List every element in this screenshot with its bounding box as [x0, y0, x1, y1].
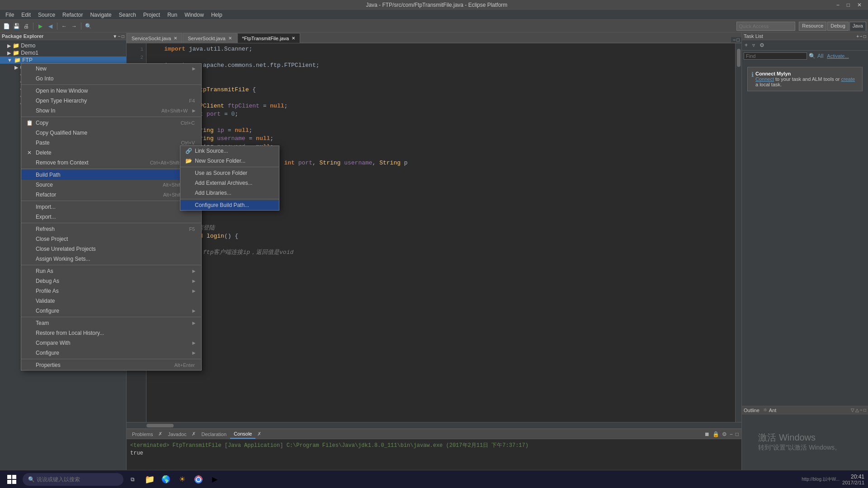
- context-menu: New ► Go Into Open in New Window Open Ty…: [21, 63, 202, 371]
- ctx-build-path[interactable]: Build Path ►: [21, 170, 201, 180]
- ctx-sep8: [21, 359, 201, 359]
- ctx-properties[interactable]: Properties Alt+Enter: [21, 360, 201, 370]
- ctx-sep6: [21, 265, 201, 265]
- build-path-submenu: 🔗 Link Source... 📂 New Source Folder... …: [180, 145, 279, 211]
- ctx-close-unrelated[interactable]: Close Unrelated Projects: [21, 244, 201, 254]
- ctx-sep3: [21, 169, 201, 169]
- ctx-open-type-hierarchy[interactable]: Open Type Hierarchy F4: [21, 96, 201, 106]
- ctx-import[interactable]: Import...: [21, 202, 201, 212]
- ctx-close-project[interactable]: Close Project: [21, 234, 201, 244]
- ctx-sep7: [21, 317, 201, 317]
- ctx-sep5: [21, 223, 201, 223]
- ctx-export[interactable]: Export...: [21, 212, 201, 222]
- submenu-use-source-folder[interactable]: Use as Source Folder: [180, 168, 279, 178]
- ctx-sep2: [21, 117, 201, 117]
- ctx-configure2[interactable]: Configure ►: [21, 348, 201, 358]
- copy-icon: 📋: [26, 120, 33, 126]
- submenu-new-source-folder[interactable]: 📂 New Source Folder...: [180, 156, 279, 166]
- delete-icon: ✕: [26, 150, 33, 156]
- submenu-sep2: [180, 199, 279, 199]
- ctx-validate[interactable]: Validate: [21, 296, 201, 306]
- ctx-restore-history[interactable]: Restore from Local History...: [21, 328, 201, 338]
- ctx-profile-as[interactable]: Profile As ►: [21, 286, 201, 296]
- submenu-configure-build-path[interactable]: Configure Build Path...: [180, 200, 279, 210]
- ctx-copy-qualified[interactable]: Copy Qualified Name: [21, 128, 201, 138]
- ctx-paste[interactable]: Paste Ctrl+V: [21, 138, 201, 148]
- ctx-run-as[interactable]: Run As ►: [21, 266, 201, 276]
- ctx-team[interactable]: Team ►: [21, 318, 201, 328]
- ctx-configure[interactable]: Configure ►: [21, 306, 201, 316]
- ctx-new[interactable]: New ►: [21, 64, 201, 74]
- ctx-show-in[interactable]: Show In Alt+Shift+W ►: [21, 106, 201, 116]
- ctx-remove-context[interactable]: Remove from Context Ctrl+Alt+Shift+Down: [21, 158, 201, 168]
- ctx-copy[interactable]: 📋 Copy Ctrl+C: [21, 118, 201, 128]
- ctx-debug-as[interactable]: Debug As ►: [21, 276, 201, 286]
- ctx-go-into[interactable]: Go Into: [21, 74, 201, 84]
- submenu-link-source[interactable]: 🔗 Link Source...: [180, 146, 279, 156]
- submenu-sep1: [180, 167, 279, 167]
- ctx-compare-with[interactable]: Compare With ►: [21, 338, 201, 348]
- ctx-refactor[interactable]: Refactor Alt+Shift+T ►: [21, 190, 201, 200]
- ctx-sep4: [21, 201, 201, 201]
- submenu-add-external-archives[interactable]: Add External Archives...: [180, 178, 279, 188]
- new-folder-icon: 📂: [185, 158, 192, 164]
- ctx-sep1: [21, 84, 201, 85]
- link-source-icon: 🔗: [185, 148, 192, 154]
- ctx-delete[interactable]: ✕ Delete Delete: [21, 148, 201, 158]
- ctx-assign-sets[interactable]: Assign Working Sets...: [21, 254, 201, 264]
- context-menu-overlay[interactable]: New ► Go Into Open in New Window Open Ty…: [0, 0, 868, 488]
- submenu-add-libraries[interactable]: Add Libraries...: [180, 188, 279, 198]
- ctx-refresh[interactable]: Refresh F5: [21, 224, 201, 234]
- ctx-source[interactable]: Source Alt+Shift+S ►: [21, 180, 201, 190]
- ctx-open-new-window[interactable]: Open in New Window: [21, 86, 201, 96]
